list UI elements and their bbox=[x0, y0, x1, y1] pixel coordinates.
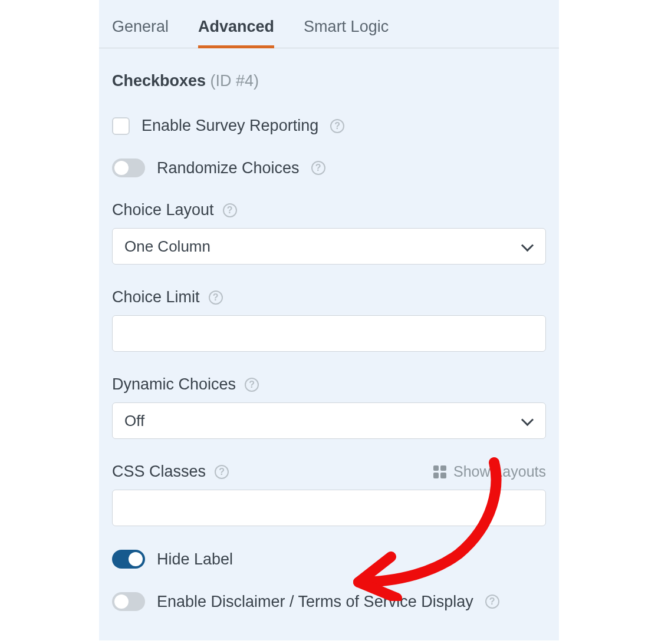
choice-layout-field: Choice Layout One Column bbox=[112, 201, 546, 265]
tab-advanced[interactable]: Advanced bbox=[198, 18, 274, 48]
toggle-knob bbox=[114, 595, 129, 609]
disclaimer-row: Enable Disclaimer / Terms of Service Dis… bbox=[112, 592, 546, 611]
choice-layout-value: One Column bbox=[124, 237, 210, 256]
field-label-row: Choice Layout bbox=[112, 201, 546, 219]
section-title: Checkboxes bbox=[112, 72, 206, 90]
choice-limit-field: Choice Limit bbox=[112, 288, 546, 352]
choice-layout-label: Choice Layout bbox=[112, 201, 214, 219]
help-icon[interactable] bbox=[209, 290, 223, 305]
field-label-row: Choice Limit bbox=[112, 288, 546, 306]
tab-smart-logic[interactable]: Smart Logic bbox=[304, 18, 389, 48]
enable-survey-checkbox[interactable] bbox=[112, 117, 130, 135]
help-icon[interactable] bbox=[330, 119, 344, 133]
hide-label-label: Hide Label bbox=[157, 550, 233, 569]
field-label-row: CSS Classes Show Layouts bbox=[112, 463, 546, 481]
randomize-toggle[interactable] bbox=[112, 158, 145, 177]
help-icon[interactable] bbox=[223, 203, 237, 217]
choice-limit-label: Choice Limit bbox=[112, 288, 200, 306]
settings-tabs: General Advanced Smart Logic bbox=[99, 0, 559, 48]
show-layouts-link[interactable]: Show Layouts bbox=[433, 463, 546, 480]
hide-label-row: Hide Label bbox=[112, 550, 546, 569]
toggle-knob bbox=[114, 161, 129, 175]
help-icon[interactable] bbox=[245, 378, 259, 392]
toggle-knob bbox=[129, 552, 143, 566]
settings-panel: General Advanced Smart Logic Checkboxes … bbox=[99, 0, 559, 640]
dynamic-choices-label: Dynamic Choices bbox=[112, 375, 236, 394]
hide-label-toggle[interactable] bbox=[112, 550, 145, 569]
css-classes-field: CSS Classes Show Layouts bbox=[112, 463, 546, 526]
chevron-down-icon bbox=[522, 415, 534, 427]
css-classes-label: CSS Classes bbox=[112, 463, 206, 481]
dynamic-choices-field: Dynamic Choices Off bbox=[112, 375, 546, 439]
disclaimer-label: Enable Disclaimer / Terms of Service Dis… bbox=[157, 593, 473, 611]
section-id: (ID #4) bbox=[210, 72, 259, 90]
help-icon[interactable] bbox=[485, 595, 499, 609]
css-classes-input[interactable] bbox=[112, 490, 546, 526]
panel-content: Checkboxes (ID #4) Enable Survey Reporti… bbox=[99, 48, 559, 640]
randomize-row: Randomize Choices bbox=[112, 158, 546, 177]
choice-limit-input[interactable] bbox=[112, 315, 546, 352]
show-layouts-text: Show Layouts bbox=[453, 463, 546, 480]
randomize-label: Randomize Choices bbox=[157, 159, 300, 177]
disclaimer-toggle[interactable] bbox=[112, 592, 145, 611]
field-label-row: Dynamic Choices bbox=[112, 375, 546, 394]
help-icon[interactable] bbox=[311, 161, 325, 175]
enable-survey-row: Enable Survey Reporting bbox=[112, 117, 546, 135]
section-header: Checkboxes (ID #4) bbox=[112, 72, 546, 90]
choice-layout-select[interactable]: One Column bbox=[112, 228, 546, 265]
help-icon[interactable] bbox=[215, 465, 229, 479]
dynamic-choices-value: Off bbox=[124, 412, 144, 430]
grid-icon bbox=[433, 465, 446, 478]
dynamic-choices-select[interactable]: Off bbox=[112, 402, 546, 439]
chevron-down-icon bbox=[522, 240, 534, 252]
enable-survey-label: Enable Survey Reporting bbox=[142, 117, 318, 135]
tab-general[interactable]: General bbox=[112, 18, 169, 48]
